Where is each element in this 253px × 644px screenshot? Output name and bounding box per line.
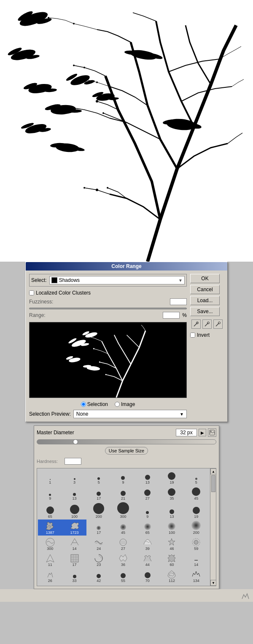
brush-texture-preview (167, 570, 176, 579)
scrollbar-down-button[interactable]: ▼ (210, 580, 216, 586)
brush-size-label: 14 (73, 547, 77, 551)
eyedropper-button[interactable] (191, 319, 201, 329)
brush-cell-134[interactable]: 134 (184, 568, 208, 584)
brush-cell-19-lg[interactable]: 19 (160, 469, 184, 485)
subtract-eyedropper-button[interactable]: - (213, 319, 223, 329)
brush-texture-preview (46, 571, 54, 579)
brush-dot (191, 521, 201, 530)
use-sample-size-button[interactable]: Use Sample Size (105, 447, 148, 455)
scrollbar-up-button[interactable]: ▲ (210, 468, 216, 474)
brush-texture-preview (143, 538, 152, 547)
selection-radio[interactable] (81, 402, 86, 407)
brush-cell-1387-selected[interactable]: 1387 (38, 520, 62, 536)
image-radio-option[interactable]: Image (115, 401, 135, 407)
brush-cell-1723-selected[interactable]: 1723 (62, 520, 87, 536)
brush-cell-21[interactable]: 21 (111, 485, 135, 501)
cancel-button[interactable]: Cancel (190, 285, 220, 294)
brush-dot (120, 524, 126, 530)
svg-point-28 (96, 189, 98, 191)
brush-cell-65-soft[interactable]: 65 (135, 520, 160, 536)
range-input[interactable] (163, 312, 180, 319)
brush-cell-65[interactable]: 65 (38, 501, 62, 520)
svg-point-41 (83, 67, 85, 68)
brush-image-icon-button[interactable] (208, 428, 216, 437)
brush-cell-55[interactable]: 55 (111, 568, 135, 584)
brush-cell-300b[interactable]: 300 (38, 536, 62, 552)
brush-cell-45[interactable]: 45 (184, 485, 208, 501)
scrollbar-track (210, 493, 216, 580)
select-dropdown[interactable]: Shadows ▼ (49, 276, 185, 284)
brush-cell-60[interactable]: 60 (160, 552, 184, 568)
brush-cell-100-soft[interactable]: 100 (160, 520, 184, 536)
range-row: Range: % (29, 312, 187, 319)
brush-cell-14[interactable]: 14 (62, 536, 87, 552)
brush-cell-100[interactable]: 100 (62, 501, 87, 520)
selection-preview-dropdown[interactable]: None ▼ (73, 410, 187, 418)
brush-cell-27b[interactable]: 27 (111, 536, 135, 552)
brush-cell-19c[interactable]: 19 (184, 501, 208, 520)
brush-cell-5[interactable]: 5 (86, 469, 111, 485)
brush-grid-scrollbar[interactable]: ▲ ▼ (210, 468, 216, 586)
brush-size-label: 65 (48, 515, 52, 519)
brush-cell-17-soft[interactable]: 17 (86, 520, 111, 536)
brush-cell-45-soft[interactable]: 45 (111, 520, 135, 536)
brush-cell-9b[interactable]: 9 (38, 485, 62, 501)
brush-size-label: 3 (73, 481, 75, 484)
brush-cell-39[interactable]: 39 (135, 536, 160, 552)
brush-cell-300[interactable]: 300 (111, 501, 135, 520)
svg-point-53 (87, 336, 89, 337)
brush-cell-33[interactable]: 33 (62, 568, 87, 584)
select-row: Select: Shadows ▼ (29, 274, 187, 287)
brush-dot (146, 511, 149, 514)
brush-cell-112[interactable]: 112 (160, 568, 184, 584)
brush-cell-5b[interactable]: 5 (184, 469, 208, 485)
brush-size-label: 112 (169, 579, 175, 583)
range-label: Range: (29, 312, 54, 318)
brush-grid: 1 3 5 9 13 19 (38, 469, 215, 584)
brush-cell-9[interactable]: 9 (111, 469, 135, 485)
invert-checkbox[interactable] (190, 333, 195, 338)
brush-cell-27[interactable]: 27 (135, 485, 160, 501)
brush-cell-23[interactable]: 23 (86, 552, 111, 568)
brush-cell-13c[interactable]: 13 (160, 501, 184, 520)
brush-cell-70[interactable]: 70 (135, 568, 160, 584)
brush-cell-26[interactable]: 26 (38, 568, 62, 584)
brush-diameter-value[interactable]: 32 px (176, 429, 197, 436)
load-button[interactable]: Load... (190, 296, 220, 305)
brush-cell-13b[interactable]: 13 (62, 485, 87, 501)
brush-cell-1[interactable]: 1 (38, 469, 62, 485)
fuzziness-slider[interactable] (29, 308, 187, 309)
hardness-input[interactable] (65, 458, 81, 465)
brush-diameter-slider[interactable] (37, 439, 216, 444)
image-label: Image (121, 401, 135, 407)
brush-cell-13[interactable]: 13 (135, 469, 160, 485)
add-eyedropper-button[interactable]: + (202, 319, 212, 329)
scrollbar-thumb[interactable] (211, 475, 215, 492)
fuzziness-row: Fuzziness: (29, 298, 187, 305)
brush-cell-17b[interactable]: 17 (62, 552, 87, 568)
brush-cell-14b[interactable]: – 14 (184, 552, 208, 568)
selection-radio-option[interactable]: Selection (81, 401, 108, 407)
brush-cell-200[interactable]: 200 (86, 501, 111, 520)
ok-button[interactable]: OK (190, 274, 220, 283)
brush-cell-59[interactable]: 59 (184, 536, 208, 552)
brush-cell-36[interactable]: 36 (111, 552, 135, 568)
image-radio[interactable] (115, 402, 120, 407)
brush-cell-17[interactable]: 17 (86, 485, 111, 501)
brush-cell-42[interactable]: 42 (86, 568, 111, 584)
brush-cell-24[interactable]: 24 (86, 536, 111, 552)
save-button[interactable]: Save... (190, 307, 220, 316)
brush-dot (49, 494, 51, 496)
brush-cell-44[interactable]: 44 (135, 552, 160, 568)
fuzziness-input[interactable] (170, 298, 187, 305)
brush-cell-3[interactable]: 3 (62, 469, 87, 485)
localized-color-clusters-checkbox[interactable] (29, 290, 34, 295)
brush-cell-35[interactable]: 35 (160, 485, 184, 501)
brush-char-icon: – (194, 556, 198, 563)
brush-expand-button[interactable]: ▶ (199, 429, 206, 436)
brush-cell-11[interactable]: 11 (38, 552, 62, 568)
brush-cell-200-soft[interactable]: 200 (184, 520, 208, 536)
brush-cell-46[interactable]: 46 (160, 536, 184, 552)
brush-cell-9c[interactable]: 9 (135, 501, 160, 520)
svg-point-67 (210, 431, 212, 432)
